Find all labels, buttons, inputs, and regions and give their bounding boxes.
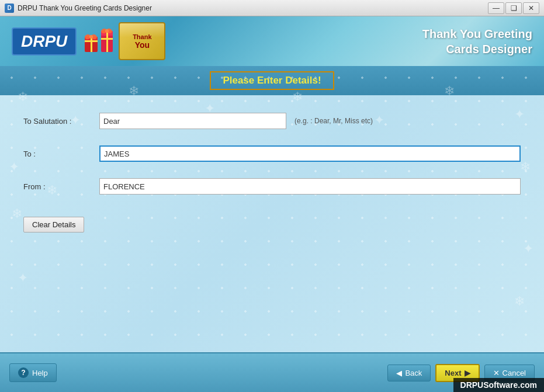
close-button[interactable]: ✕ — [523, 2, 539, 14]
salutation-label: To Salutation : — [23, 117, 99, 126]
from-label: From : — [23, 182, 99, 191]
form-header-bar: Please Enter Details! — [0, 66, 544, 95]
form-header-text: Please Enter Details! — [210, 71, 334, 90]
salutation-input[interactable] — [99, 113, 286, 129]
to-label: To : — [23, 150, 99, 158]
from-input[interactable] — [99, 178, 521, 195]
help-label: Help — [32, 369, 48, 377]
from-row: From : — [23, 178, 521, 195]
restore-button[interactable]: ❑ — [505, 2, 522, 14]
clear-details-button[interactable]: Clear Details — [23, 217, 84, 233]
to-row: To : — [23, 145, 521, 162]
salutation-hint: (e.g. : Dear, Mr, Miss etc) — [294, 117, 373, 125]
cancel-x-icon: ✕ — [493, 369, 500, 377]
deco-14: ✦ — [18, 270, 28, 286]
next-arrow-icon: ▶ — [465, 369, 470, 377]
header-title-line1: Thank You Greeting — [422, 26, 532, 41]
back-arrow-icon: ◀ — [396, 369, 402, 377]
svg-rect-9 — [106, 31, 108, 52]
window-controls: — ❑ ✕ — [488, 2, 539, 14]
gift-decoration — [84, 24, 116, 59]
back-button[interactable]: ◀ Back — [387, 365, 431, 381]
footer: ? Help ◀ Back Next ▶ ✕ Cancel DRPUSoftwa… — [0, 352, 544, 392]
header-title-line2: Cards Designer — [422, 41, 532, 57]
card-thank-text: Thank — [133, 33, 151, 40]
svg-point-13 — [105, 29, 109, 33]
window-title: DRPU Thank You Greeting Cards Designer — [18, 4, 488, 12]
card-you-text: You — [135, 40, 150, 50]
salutation-row: To Salutation : (e.g. : Dear, Mr, Miss e… — [23, 113, 521, 129]
back-label: Back — [405, 369, 422, 377]
form-area: To Salutation : (e.g. : Dear, Mr, Miss e… — [0, 95, 544, 250]
deco-15: ❄ — [514, 294, 525, 309]
drpu-logo: DRPU — [12, 27, 77, 55]
thank-you-card-image: Thank You — [119, 22, 165, 60]
svg-rect-3 — [85, 40, 98, 42]
title-bar: D DRPU Thank You Greeting Cards Designer… — [0, 0, 544, 16]
svg-rect-10 — [101, 38, 113, 40]
svg-rect-2 — [91, 37, 92, 52]
minimize-button[interactable]: — — [488, 2, 504, 14]
cancel-label: Cancel — [503, 369, 526, 377]
svg-point-6 — [89, 35, 93, 39]
header-title: Thank You Greeting Cards Designer — [422, 26, 532, 57]
help-button[interactable]: ? Help — [9, 363, 57, 382]
gift-icon — [84, 24, 116, 59]
help-icon: ? — [18, 367, 29, 378]
to-input[interactable] — [99, 145, 521, 162]
next-label: Next — [445, 369, 461, 377]
watermark: DRPUSoftware.com — [453, 378, 544, 392]
main-content: ❄ ✦ ❄ ✦ ❄ ✦ ❄ ✦ ✦ ❄ ❄ ❄ ✦ ✦ ❄ Please Ent… — [0, 66, 544, 352]
app-icon: D — [5, 4, 14, 13]
app-header: DRPU Thank You Thank You Gr — [0, 16, 544, 66]
